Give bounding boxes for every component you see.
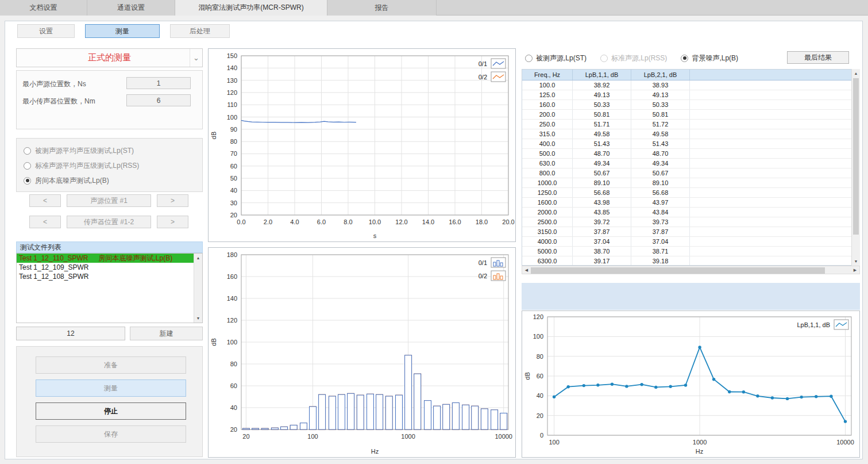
table-cell-filler — [690, 110, 851, 119]
scroll-left-icon[interactable]: ◀ — [522, 266, 531, 274]
table-cell-filler — [690, 80, 851, 90]
table-row[interactable]: 100.038.9238.93 — [522, 80, 851, 90]
table-horizontal-scrollbar[interactable]: ◀ ▶ — [522, 266, 860, 274]
table-row[interactable]: 2500.039.7239.73 — [522, 217, 851, 227]
scroll-down-icon[interactable]: ▼ — [852, 257, 860, 266]
test-type-radio[interactable]: 标准声源平均声压级测试,Lp(RSS) — [24, 160, 139, 171]
table-row[interactable]: 1000.089.1089.10 — [522, 178, 851, 188]
table-cell-filler — [690, 237, 851, 246]
radio-reference-lprss[interactable]: 标准声源,Lp(RSS) — [600, 53, 667, 63]
table-cell: 400.0 — [522, 139, 573, 148]
svg-text:60: 60 — [230, 382, 237, 389]
table-cell-filler — [690, 217, 851, 227]
table-row[interactable]: 3150.037.8737.87 — [522, 227, 851, 237]
file-list-item[interactable]: Test 1_12_109_SPWR — [17, 263, 194, 272]
table-cell: 43.97 — [631, 198, 690, 207]
main-tab-document-settings[interactable]: 文档设置 — [0, 0, 87, 16]
table-cell: 2000.0 — [522, 208, 573, 217]
test-type-radio[interactable]: 房间本底噪声测试,Lp(B) — [24, 175, 109, 186]
next-position-button[interactable]: > — [157, 194, 188, 207]
scroll-up-icon[interactable]: ▲ — [852, 69, 860, 78]
table-vertical-scrollbar[interactable]: ▲ ▼ — [851, 69, 860, 266]
table-row[interactable]: 630.049.3449.34 — [522, 159, 851, 168]
radio-icon — [681, 55, 688, 62]
sub-tab-postprocess[interactable]: 后处理 — [170, 24, 230, 38]
action-button-group: 准备测量停止保存 — [16, 346, 203, 457]
main-tab-mcr-spwr[interactable]: 混响室法测试声功率(MCR-SPWR) — [175, 0, 327, 16]
svg-text:100: 100 — [307, 433, 318, 440]
time-history-chart: 20304050607080901001101201301401500.02.0… — [209, 49, 515, 241]
table-row[interactable]: 315.049.5849.58 — [522, 129, 851, 139]
chevron-down-icon[interactable]: ⌄ — [190, 49, 202, 67]
table-cell: 800.0 — [522, 168, 573, 178]
table-row[interactable]: 400.051.4351.43 — [522, 139, 851, 149]
table-cell: 51.72 — [631, 120, 690, 129]
file-list[interactable]: Test 1_12_110_SPWR房间本底噪声测试,Lp(B)Test 1_1… — [16, 253, 203, 323]
radio-label: 标准声源平均声压级测试,Lp(RSS) — [35, 161, 139, 171]
table-row[interactable]: 6300.039.1739.18 — [522, 256, 851, 266]
table-body: 100.038.9238.93125.049.1349.13160.050.33… — [522, 80, 851, 266]
svg-text:20.0: 20.0 — [502, 218, 514, 225]
parameter-input[interactable] — [126, 77, 191, 89]
parameter-input[interactable] — [126, 94, 191, 106]
table-cell: 37.04 — [631, 237, 690, 246]
radio-background-lpb[interactable]: 背景噪声,Lp(B) — [681, 53, 738, 63]
table-cell-filler — [690, 159, 851, 168]
svg-text:10000: 10000 — [836, 439, 854, 446]
scrollbar-thumb[interactable] — [531, 267, 825, 274]
y-axis-label: dB — [524, 372, 531, 379]
file-list-scrollbar[interactable]: ▲ ▼ — [194, 254, 202, 323]
sub-tab-settings[interactable]: 设置 — [17, 24, 75, 38]
table-row[interactable]: 4000.037.0437.04 — [522, 237, 851, 247]
table-cell: 630.0 — [522, 159, 573, 168]
result-spectrum-chart: 020406080100120100100010000HzdBLpB,1,1, … — [522, 311, 859, 457]
main-tab-channel-settings[interactable]: 通道设置 — [87, 0, 175, 16]
table-row[interactable]: 5000.038.7038.71 — [522, 247, 851, 256]
prev-position-button[interactable]: < — [29, 216, 61, 228]
measure-button[interactable]: 测量 — [36, 379, 186, 397]
svg-text:60: 60 — [537, 373, 543, 379]
radio-label: 被测声源,Lp(ST) — [536, 53, 587, 63]
scroll-right-icon[interactable]: ▶ — [851, 266, 859, 274]
test-type-radio[interactable]: 被测声源平均声压级测试,Lp(ST) — [24, 145, 134, 156]
file-list-item[interactable]: Test 1_12_110_SPWR房间本底噪声测试,Lp(B) — [17, 254, 194, 263]
table-row[interactable]: 500.048.7048.70 — [522, 149, 851, 159]
table-cell: 38.93 — [631, 80, 690, 90]
position-label-button[interactable]: 声源位置 #1 — [67, 194, 151, 207]
scroll-down-icon[interactable]: ▼ — [194, 314, 202, 323]
next-position-button[interactable]: > — [157, 216, 188, 228]
table-row[interactable]: 250.051.7151.72 — [522, 120, 851, 129]
table-cell: 50.67 — [573, 168, 631, 178]
position-label-button[interactable]: 传声器位置 #1-2 — [67, 216, 151, 228]
table-row[interactable]: 1250.056.6856.68 — [522, 188, 851, 198]
table-cell: 38.71 — [631, 247, 690, 256]
table-cell: 37.04 — [573, 237, 631, 246]
table-cell-filler — [690, 188, 851, 197]
svg-text:20: 20 — [230, 426, 237, 433]
sub-tab-measure[interactable]: 测量 — [85, 24, 160, 38]
stop-button[interactable]: 停止 — [36, 402, 186, 420]
table-cell: 39.17 — [573, 256, 631, 266]
file-index-input[interactable] — [16, 327, 125, 340]
radio-source-lpst[interactable]: 被测声源,Lp(ST) — [525, 53, 587, 63]
final-result-button[interactable]: 最后结果 — [787, 51, 849, 64]
table-row[interactable]: 200.050.8150.81 — [522, 110, 851, 120]
table-row[interactable]: 1600.043.9843.97 — [522, 198, 851, 208]
save-button[interactable]: 保存 — [36, 425, 186, 443]
scrollbar-track[interactable] — [531, 266, 851, 274]
prepare-button[interactable]: 准备 — [36, 356, 186, 374]
measurement-mode-combobox[interactable]: 正式的测量 ⌄ — [16, 48, 203, 67]
table-row[interactable]: 800.050.6750.67 — [522, 168, 851, 178]
table-row[interactable]: 2000.043.8543.84 — [522, 208, 851, 217]
new-file-button[interactable]: 新建 — [130, 327, 203, 340]
scroll-up-icon[interactable]: ▲ — [194, 254, 202, 262]
table-cell: 49.34 — [631, 159, 690, 168]
file-list-item[interactable]: Test 1_12_108_SPWR — [17, 272, 194, 281]
main-tab-report[interactable]: 报告 — [327, 0, 437, 16]
svg-text:10.0: 10.0 — [369, 218, 381, 225]
table-row[interactable]: 125.049.1349.13 — [522, 90, 851, 100]
table-row[interactable]: 160.050.3350.33 — [522, 100, 851, 110]
svg-text:10000: 10000 — [495, 433, 512, 440]
scrollbar-thumb[interactable] — [853, 78, 859, 235]
prev-position-button[interactable]: < — [29, 194, 61, 207]
